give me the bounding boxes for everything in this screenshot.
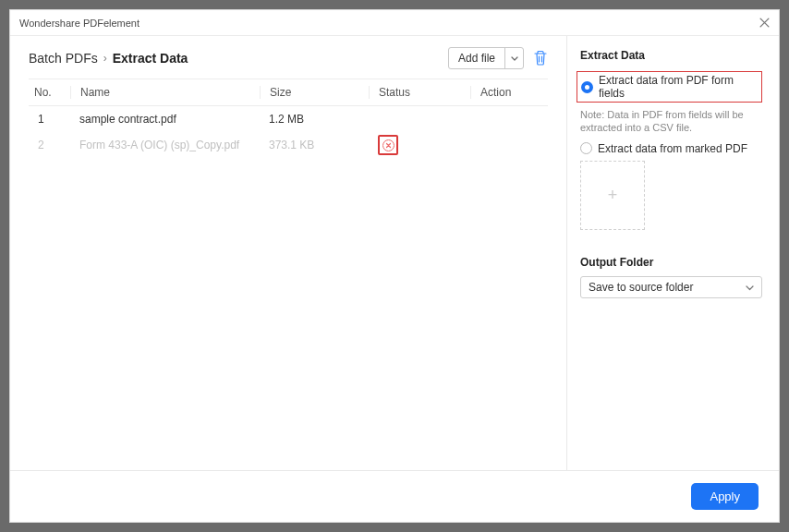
header-row: Batch PDFs › Extract Data Add file — [29, 47, 548, 69]
breadcrumb: Batch PDFs › Extract Data — [29, 51, 188, 66]
cell-name: Form 433-A (OIC) (sp)_Copy.pdf — [70, 139, 260, 151]
add-file-label[interactable]: Add file — [449, 48, 504, 68]
chevron-right-icon: › — [103, 52, 107, 65]
add-file-button[interactable]: Add file — [448, 47, 524, 69]
radio-unselected-icon[interactable] — [580, 142, 592, 154]
cell-size: 373.1 KB — [260, 139, 369, 151]
col-header-no: No. — [29, 86, 70, 99]
col-header-action: Action — [470, 86, 548, 99]
table-header: No. Name Size Status Action — [29, 79, 548, 106]
app-window: Wondershare PDFelement Batch PDFs › Extr… — [9, 9, 780, 523]
output-folder-select[interactable]: Save to source folder — [580, 276, 762, 298]
col-header-size: Size — [260, 86, 369, 99]
side-panel: Extract Data Extract data from PDF form … — [566, 36, 779, 470]
col-header-name: Name — [70, 86, 260, 99]
side-title: Extract Data — [580, 49, 762, 62]
output-folder-label: Output Folder — [580, 256, 762, 269]
table-row[interactable]: 2 Form 433-A (OIC) (sp)_Copy.pdf 373.1 K… — [29, 132, 548, 158]
cell-status — [369, 135, 470, 155]
content-body: Batch PDFs › Extract Data Add file — [10, 36, 779, 470]
toolbar: Add file — [448, 47, 548, 69]
cell-name: sample contract.pdf — [70, 113, 260, 126]
option-marked-pdf[interactable]: Extract data from marked PDF — [580, 142, 762, 155]
close-icon[interactable] — [759, 18, 770, 29]
cell-no: 1 — [29, 113, 70, 126]
radio-selected-icon[interactable] — [581, 81, 593, 93]
option-form-fields[interactable]: Extract data from PDF form fields — [577, 71, 762, 103]
chevron-down-icon — [746, 281, 754, 294]
trash-icon[interactable] — [533, 50, 548, 66]
output-folder-value: Save to source folder — [589, 281, 693, 294]
cell-size: 1.2 MB — [260, 113, 369, 126]
dropzone-add[interactable]: + — [580, 161, 645, 230]
titlebar: Wondershare PDFelement — [10, 10, 779, 36]
add-file-dropdown[interactable] — [504, 48, 523, 68]
apply-button[interactable]: Apply — [691, 483, 759, 510]
table-row[interactable]: 1 sample contract.pdf 1.2 MB — [29, 106, 548, 132]
delete-icon — [382, 139, 394, 151]
option-form-fields-label: Extract data from PDF form fields — [599, 74, 758, 100]
window-title: Wondershare PDFelement — [19, 18, 140, 29]
delete-row-button[interactable] — [378, 135, 398, 155]
option-marked-pdf-label: Extract data from marked PDF — [598, 142, 747, 155]
breadcrumb-root[interactable]: Batch PDFs — [29, 51, 98, 66]
plus-icon: + — [608, 186, 618, 205]
footer: Apply — [10, 470, 779, 522]
col-header-status: Status — [369, 86, 470, 99]
main-panel: Batch PDFs › Extract Data Add file — [10, 36, 566, 470]
breadcrumb-current: Extract Data — [113, 51, 188, 66]
option-note: Note: Data in PDF from fields will be ex… — [580, 108, 762, 135]
cell-no: 2 — [29, 139, 70, 151]
